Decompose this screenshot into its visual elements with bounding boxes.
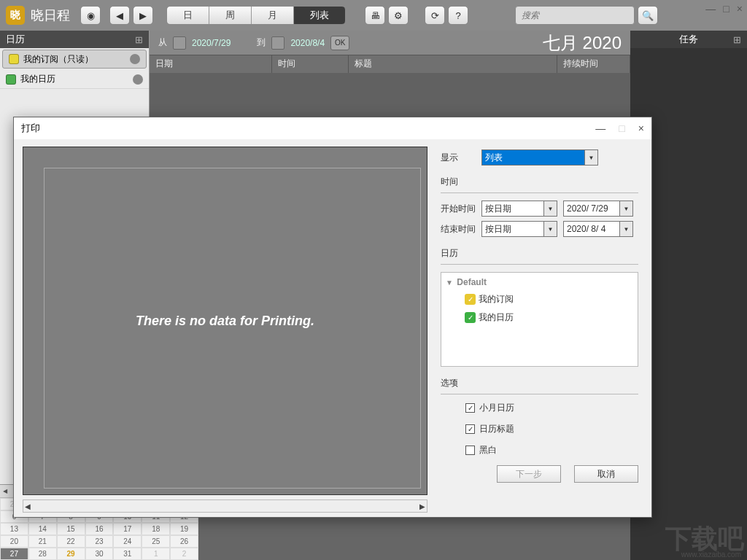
calendar-picker: ▼ Default ✓ 我的订阅 ✓ 我的日历 [441, 272, 638, 367]
end-label: 结束时间 [441, 223, 476, 236]
app-title: 晓日程 [31, 7, 70, 24]
help-button[interactable]: ? [448, 6, 468, 25]
prev-button[interactable]: ◀ [109, 6, 130, 25]
search-button[interactable]: 🔍 [638, 6, 658, 25]
tasks-header: 任务 ⊞ [630, 31, 747, 48]
mini-cal-day[interactable]: 13 [0, 523, 28, 535]
cancel-button[interactable]: 取消 [574, 465, 638, 483]
dialog-minimize[interactable]: — [595, 122, 605, 134]
checkbox-icon: ✓ [465, 294, 476, 305]
mini-cal-day[interactable]: 30 [85, 548, 114, 560]
mini-cal-day[interactable]: 1 [142, 548, 170, 560]
mini-cal-day[interactable]: 25 [142, 535, 170, 548]
calendar-section-label: 日历 [441, 247, 638, 260]
dialog-maximize[interactable]: □ [619, 122, 624, 134]
sync-button[interactable]: ⟳ [425, 6, 445, 25]
calendar-color-icon [6, 74, 16, 85]
mini-cal-day[interactable]: 22 [57, 535, 85, 548]
end-date-picker[interactable]: 2020/ 8/ 4▼ [563, 221, 633, 237]
print-dialog: 打印 — □ × There is no data for Printing. … [13, 117, 652, 518]
dialog-close[interactable]: × [638, 122, 644, 134]
col-time[interactable]: 时间 [272, 55, 349, 73]
calendar-check-mycalendar[interactable]: ✓ 我的日历 [465, 311, 633, 324]
today-button[interactable]: ◉ [80, 6, 101, 25]
add-calendar-button[interactable]: ⊞ [135, 34, 143, 45]
list-header: 日期 时间 标题 持续时间 [150, 55, 630, 73]
calendar-item-subscription[interactable]: 我的订阅（只读） [2, 50, 147, 69]
view-week[interactable]: 周 [209, 7, 252, 24]
maximize-button[interactable]: □ [723, 3, 729, 15]
month-title: 七月 2020 [543, 31, 622, 55]
window-controls: — □ × [705, 3, 743, 15]
calendar-icon[interactable] [173, 36, 186, 50]
option-small-month[interactable]: ✓小月日历 [465, 402, 638, 414]
tree-collapse-icon[interactable]: ▼ [446, 279, 454, 287]
mini-cal-day[interactable]: 17 [113, 523, 142, 535]
to-date[interactable]: 2020/8/4 [290, 38, 325, 48]
view-day[interactable]: 日 [167, 7, 209, 24]
mini-cal-day[interactable]: 27 [0, 548, 28, 560]
from-date[interactable]: 2020/7/29 [192, 38, 231, 48]
next-button[interactable]: 下一步 [497, 465, 561, 483]
print-button[interactable]: 🖶 [365, 6, 385, 25]
calendar-color-icon [9, 54, 19, 64]
next-button[interactable]: ▶ [133, 6, 153, 25]
watermark-url: www.xiazaiba.com [681, 551, 741, 559]
calendar-menu-icon[interactable] [130, 54, 140, 64]
calendar-menu-icon[interactable] [133, 74, 143, 85]
minimize-button[interactable]: — [705, 3, 716, 15]
mini-cal-day[interactable]: 20 [0, 535, 28, 548]
mini-cal-day[interactable]: 2 [170, 548, 198, 560]
col-date[interactable]: 日期 [150, 55, 272, 73]
checkbox-icon: ✓ [465, 312, 476, 323]
view-month[interactable]: 月 [252, 7, 294, 24]
mini-cal-day[interactable]: 19 [170, 523, 198, 535]
display-label: 显示 [441, 152, 476, 164]
calendar-check-subscription[interactable]: ✓ 我的订阅 [465, 293, 633, 306]
option-calendar-title[interactable]: ✓日历标题 [465, 423, 638, 435]
mini-cal-day[interactable]: 21 [28, 535, 57, 548]
display-select[interactable]: 列表▼ [481, 149, 598, 166]
print-preview-pane: There is no data for Printing. ◀▶ [14, 139, 433, 517]
mini-cal-day[interactable]: 26 [170, 535, 198, 548]
view-switcher: 日 周 月 列表 [166, 6, 346, 25]
mini-cal-day[interactable]: 28 [28, 548, 57, 560]
time-section-label: 时间 [441, 176, 638, 188]
print-settings: 显示 列表▼ 时间 开始时间 按日期▼ 2020/ 7/29▼ 结束时间 按日期… [433, 139, 651, 517]
search-input[interactable]: 搜索 [515, 6, 635, 25]
app-icon: 晓 [6, 6, 25, 25]
start-label: 开始时间 [441, 203, 476, 215]
option-black-white[interactable]: 黑白 [465, 444, 638, 456]
view-list[interactable]: 列表 [294, 7, 345, 24]
date-range-bar: 从 2020/7/29 到 2020/8/4 OK 七月 2020 [150, 31, 630, 55]
mini-cal-day[interactable]: 23 [85, 535, 114, 548]
mini-cal-day[interactable]: 16 [85, 523, 114, 535]
mini-cal-day[interactable]: 31 [113, 548, 142, 560]
start-date-picker[interactable]: 2020/ 7/29▼ [563, 201, 633, 217]
calendar-item-mycalendar[interactable]: 我的日历 [0, 70, 149, 89]
col-duration[interactable]: 持续时间 [557, 55, 630, 73]
mini-cal-day[interactable]: 15 [57, 523, 85, 535]
settings-button[interactable]: ⚙ [388, 6, 409, 25]
main-toolbar: 晓 晓日程 ◉ ◀ ▶ 日 周 月 列表 🖶 ⚙ ⟳ ? 搜索 🔍 [0, 0, 747, 31]
preview-scrollbar[interactable]: ◀▶ [23, 499, 427, 513]
end-mode-select[interactable]: 按日期▼ [481, 221, 557, 237]
ok-button[interactable]: OK [330, 36, 349, 50]
add-task-button[interactable]: ⊞ [733, 34, 741, 45]
calendar-icon[interactable] [271, 36, 285, 50]
mini-cal-day[interactable]: 24 [113, 535, 142, 548]
dialog-titlebar: 打印 — □ × [14, 117, 651, 139]
start-mode-select[interactable]: 按日期▼ [481, 201, 557, 217]
col-title[interactable]: 标题 [349, 55, 557, 73]
options-section-label: 选项 [441, 377, 638, 389]
sidebar-header: 日历 ⊞ [0, 31, 149, 48]
mini-cal-day[interactable]: 29 [57, 548, 85, 560]
mini-cal-day[interactable]: 18 [142, 523, 170, 535]
preview-canvas: There is no data for Printing. [23, 147, 427, 495]
mini-cal-day[interactable]: 14 [28, 523, 57, 535]
close-button[interactable]: × [737, 3, 743, 15]
mini-cal-prev[interactable]: ◀ [3, 488, 7, 494]
